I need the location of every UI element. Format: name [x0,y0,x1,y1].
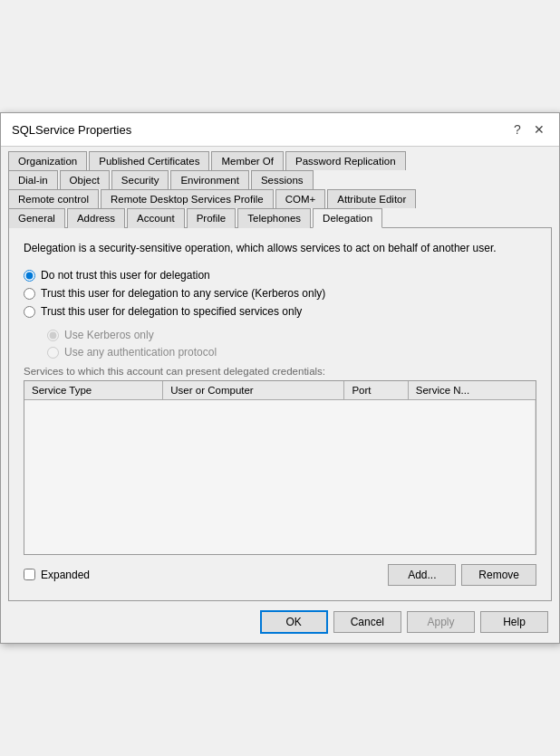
radio-kerberos-only-input[interactable] [47,330,59,341]
tab-address[interactable]: Address [67,208,125,228]
tab-account[interactable]: Account [127,208,185,228]
tab-organization[interactable]: Organization [8,151,87,170]
tab-row-1: Organization Published Certificates Memb… [8,150,552,169]
services-table-container: Service Type User or Computer Port Servi… [24,380,536,555]
help-button[interactable]: ? [508,120,526,139]
title-bar-controls: ? ✕ [508,120,548,139]
col-service-name: Service N... [408,381,535,400]
tab-remote-control[interactable]: Remote control [8,189,99,208]
radio-trust-any-input[interactable] [24,288,35,300]
tab-attribute-editor[interactable]: Attribute Editor [327,189,416,208]
tab-member-of[interactable]: Member Of [211,151,284,170]
radio-no-trust-label: Do not trust this user for delegation [41,269,210,282]
add-button[interactable]: Add... [388,564,456,586]
table-button-group: Add... Remove [388,564,536,586]
title-bar: SQLService Properties ? ✕ [1,113,559,147]
tabs-area: Organization Published Certificates Memb… [1,147,559,227]
tab-row-4: General Address Account Profile Telephon… [8,207,552,227]
tab-row-2: Dial-in Object Security Environment Sess… [8,169,552,188]
tab-com[interactable]: COM+ [275,189,326,208]
cancel-button[interactable]: Cancel [333,611,401,633]
tab-password-replication[interactable]: Password Replication [285,151,406,170]
tab-sessions[interactable]: Sessions [251,170,314,189]
radio-trust-specified-label: Trust this user for delegation to specif… [41,305,302,318]
remove-button[interactable]: Remove [461,564,536,586]
radio-any-auth-input[interactable] [47,347,59,359]
radio-no-trust-input[interactable] [24,270,35,282]
delegation-description: Delegation is a security-sensitive opera… [24,241,536,256]
radio-trust-any-label: Trust this user for delegation to any se… [41,287,325,300]
radio-trust-specified[interactable]: Trust this user for delegation to specif… [24,305,536,318]
content-area: Delegation is a security-sensitive opera… [8,227,552,600]
delegation-radio-group: Do not trust this user for delegation Tr… [24,269,536,318]
tab-profile[interactable]: Profile [187,208,237,228]
expanded-checkbox[interactable] [24,569,35,580]
radio-no-trust[interactable]: Do not trust this user for delegation [24,269,536,282]
ok-button[interactable]: OK [260,610,328,634]
tab-row-3: Remote control Remote Desktop Services P… [8,188,552,207]
help-footer-button[interactable]: Help [480,611,548,633]
col-port: Port [344,381,408,400]
dialog-window: SQLService Properties ? ✕ Organization P… [0,112,560,643]
radio-kerberos-only-label: Use Kerberos only [64,329,154,341]
tab-security[interactable]: Security [111,170,169,189]
tab-environment[interactable]: Environment [170,170,249,189]
dialog-title: SQLService Properties [12,123,131,137]
radio-any-auth[interactable]: Use any authentication protocol [47,346,536,359]
apply-button[interactable]: Apply [407,611,475,633]
table-empty-row [24,400,536,554]
dialog-footer: OK Cancel Apply Help [1,601,559,643]
tab-published-certificates[interactable]: Published Certificates [89,151,209,170]
radio-trust-specified-input[interactable] [24,306,35,318]
radio-any-auth-label: Use any authentication protocol [64,346,217,359]
services-label: Services to which this account can prese… [24,366,536,377]
sub-radio-group: Use Kerberos only Use any authentication… [47,329,536,359]
tab-delegation[interactable]: Delegation [313,208,382,228]
tab-remote-desktop[interactable]: Remote Desktop Services Profile [101,189,274,208]
tab-object[interactable]: Object [60,170,110,189]
expanded-checkbox-label[interactable]: Expanded [24,569,90,581]
close-button[interactable]: ✕ [530,120,548,139]
services-table: Service Type User or Computer Port Servi… [24,381,536,554]
col-user-computer: User or Computer [163,381,344,400]
tab-general[interactable]: General [8,208,65,228]
tab-dial-in[interactable]: Dial-in [8,170,58,189]
col-service-type: Service Type [24,381,163,400]
radio-trust-any[interactable]: Trust this user for delegation to any se… [24,287,536,300]
radio-kerberos-only[interactable]: Use Kerberos only [47,329,536,341]
expanded-label: Expanded [41,569,90,581]
bottom-controls: Expanded Add... Remove [24,564,536,586]
tab-telephones[interactable]: Telephones [237,208,311,228]
